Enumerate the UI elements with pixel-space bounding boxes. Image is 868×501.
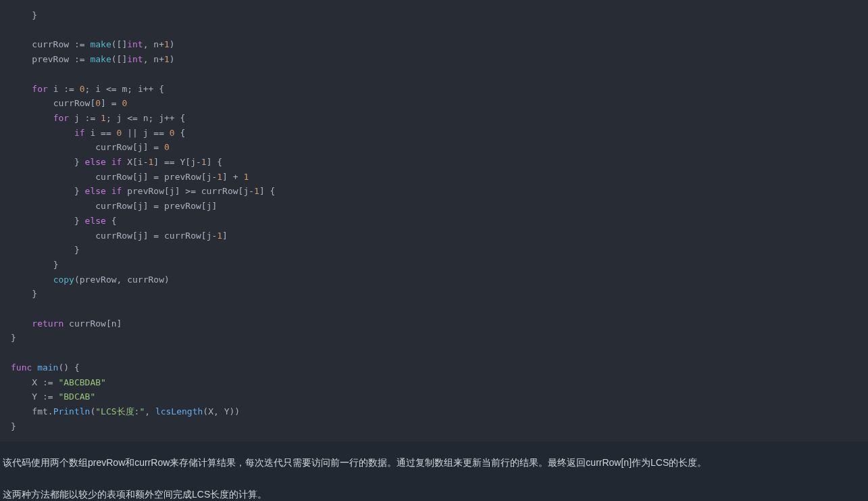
explanation-paragraph-1: 该代码使用两个数组prevRow和currRow来存储计算结果，每次迭代只需要访…	[0, 455, 868, 475]
code-block[interactable]: } currRow := make([]int, n+1) prevRow :=…	[0, 0, 868, 442]
code-content: } currRow := make([]int, n+1) prevRow :=…	[11, 10, 275, 431]
explanation-paragraph-2: 这两种方法都能以较少的表项和额外空间完成LCS长度的计算。	[0, 487, 868, 501]
